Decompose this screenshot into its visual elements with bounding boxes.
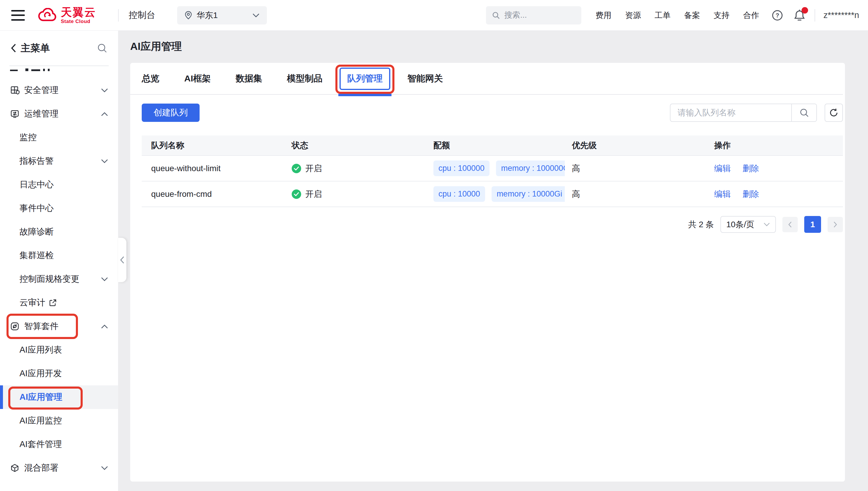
main-content: AI应用管理 总览 AI框架 数据集 模型制品 队列管理 智能网关 创建队列 [118, 31, 868, 491]
tab-model-artifacts[interactable]: 模型制品 [287, 63, 323, 94]
nav-support[interactable]: 支持 [713, 10, 730, 21]
tab-dataset[interactable]: 数据集 [235, 63, 262, 94]
queue-name: queue-from-cmd [142, 190, 292, 199]
status-text: 开启 [305, 189, 322, 200]
next-page-button[interactable] [828, 217, 843, 232]
queue-search [670, 104, 817, 122]
chevron-down-icon [101, 88, 108, 93]
chevron-up-icon [101, 324, 108, 329]
edit-link[interactable]: 编辑 [714, 189, 731, 200]
user-account[interactable]: z********n [823, 10, 859, 20]
sidebar-item-ai-app-monitor[interactable]: AI应用监控 [0, 409, 118, 433]
priority-value: 高 [572, 189, 714, 200]
chevron-down-icon [252, 13, 260, 18]
content-card: 总览 AI框架 数据集 模型制品 队列管理 智能网关 创建队列 [130, 63, 845, 482]
table-row: queue-from-cmd 开启 cpu : 10000 memory : [142, 181, 843, 207]
topbar: 天翼云 State Cloud 控制台 华东1 费用 资源 工单 备案 支持 合… [0, 0, 868, 31]
sidebar-item-monitoring[interactable]: 监控 [0, 126, 118, 149]
tab-overview[interactable]: 总览 [142, 63, 160, 94]
col-header-priority: 优先级 [572, 140, 714, 151]
memory-quota-chip: memory : 10000Gi [492, 186, 565, 202]
sidebar-item-security-mgmt[interactable]: 安全管理 [0, 79, 118, 102]
sidebar-item-cloud-audit[interactable]: 云审计 [0, 291, 118, 315]
sidebar-item-log-center[interactable]: 日志中心 [0, 173, 118, 197]
external-link-icon [49, 299, 57, 307]
status-enabled-icon [292, 190, 301, 199]
sidebar-back-button[interactable]: 主菜单 [11, 41, 50, 55]
help-icon[interactable]: ? [772, 9, 783, 21]
refresh-button[interactable] [824, 104, 843, 122]
priority-value: 高 [572, 163, 714, 174]
hamburger-menu-icon[interactable] [11, 10, 25, 21]
table-header: 队列名称 状态 配额 优先级 操作 [142, 136, 843, 156]
col-header-actions: 操作 [714, 140, 843, 151]
nav-filing[interactable]: 备案 [684, 10, 700, 21]
sidebar-item-cluster-inspection[interactable]: 集群巡检 [0, 244, 118, 267]
grid-shield-icon [10, 86, 20, 95]
delete-link[interactable]: 删除 [743, 163, 759, 174]
brand-name: 天翼云 [61, 7, 96, 18]
tab-bar: 总览 AI框架 数据集 模型制品 队列管理 智能网关 [130, 63, 843, 95]
sidebar-item-fault-diagnosis[interactable]: 故障诊断 [0, 220, 118, 244]
cube-icon [10, 463, 20, 473]
region-selector[interactable]: 华东1 [177, 6, 267, 25]
divider [815, 9, 815, 22]
notification-bell-icon[interactable] [793, 9, 806, 22]
sidebar-item-control-plane-spec[interactable]: 控制面规格变更 [0, 267, 118, 291]
sidebar-item-event-center[interactable]: 事件中心 [0, 197, 118, 220]
nav-resources[interactable]: 资源 [625, 10, 641, 21]
page-title: AI应用管理 [130, 39, 868, 53]
search-button[interactable] [791, 104, 816, 121]
nav-tickets[interactable]: 工单 [654, 10, 671, 21]
page-size-select[interactable]: 10条/页 [720, 216, 776, 233]
sidebar-item-metric-alerts[interactable]: 指标告警 [0, 149, 118, 173]
delete-link[interactable]: 删除 [743, 189, 759, 200]
sidebar-item-ai-app-mgmt[interactable]: AI应用管理 [0, 385, 118, 409]
console-link[interactable]: 控制台 [129, 9, 155, 21]
create-queue-button[interactable]: 创建队列 [142, 104, 200, 122]
edit-link[interactable]: 编辑 [714, 163, 731, 174]
cpu-quota-chip: cpu : 100000 [433, 161, 489, 176]
ai-suite-icon [10, 322, 20, 331]
tab-smart-gateway[interactable]: 智能网关 [408, 63, 443, 94]
divider [118, 9, 119, 22]
sidebar-item-ai-compute-suite[interactable]: 智算套件 [0, 315, 118, 338]
sidebar-item-ai-app-list[interactable]: AI应用列表 [0, 338, 118, 362]
active-tab-underline [338, 94, 391, 96]
topbar-nav: 费用 资源 工单 备案 支持 合作 [595, 10, 759, 21]
global-search-input[interactable] [504, 11, 563, 20]
current-page-button[interactable]: 1 [804, 216, 821, 233]
tab-ai-framework[interactable]: AI框架 [184, 63, 211, 94]
sidebar-collapse-handle[interactable] [118, 238, 127, 282]
sidebar-item-ai-suite-mgmt[interactable]: AI套件管理 [0, 433, 118, 456]
brand-logo[interactable]: 天翼云 State Cloud [37, 7, 96, 24]
status-enabled-icon [292, 164, 301, 173]
chevron-down-icon [101, 277, 108, 282]
queue-name: queue-without-limit [142, 164, 292, 173]
svg-text:?: ? [776, 12, 779, 19]
global-search[interactable] [486, 6, 581, 25]
queue-toolbar: 创建队列 [142, 104, 843, 122]
tab-queue-management[interactable]: 队列管理 [347, 63, 383, 94]
sidebar-menu: 安全管理 运维管理 监控 [0, 79, 118, 480]
table-row: queue-without-limit 开启 cpu : 100000 mem [142, 156, 843, 181]
memory-quota-chip: memory : 100000G [496, 161, 565, 176]
cpu-quota-chip: cpu : 10000 [433, 186, 485, 202]
cloud-logo-icon [37, 8, 58, 23]
notification-badge [802, 7, 808, 13]
region-name: 华东1 [197, 10, 218, 21]
nav-cooperation[interactable]: 合作 [743, 10, 759, 21]
clipped-menu-item[interactable] [0, 66, 118, 79]
queue-search-input[interactable] [671, 108, 791, 117]
sidebar: 主菜单 [0, 31, 118, 491]
col-header-status: 状态 [292, 140, 433, 151]
col-header-queue-name: 队列名称 [142, 140, 292, 151]
queue-table: 队列名称 状态 配额 优先级 操作 queue-without-limit 开启 [142, 136, 843, 207]
prev-page-button[interactable] [782, 217, 798, 232]
sidebar-item-ai-app-dev[interactable]: AI应用开发 [0, 362, 118, 385]
nav-billing[interactable]: 费用 [595, 10, 611, 21]
sidebar-item-ops-mgmt[interactable]: 运维管理 [0, 102, 118, 126]
status-text: 开启 [305, 163, 322, 174]
sidebar-item-hybrid-deployment[interactable]: 混合部署 [0, 456, 118, 480]
sidebar-search-icon[interactable] [97, 43, 108, 53]
